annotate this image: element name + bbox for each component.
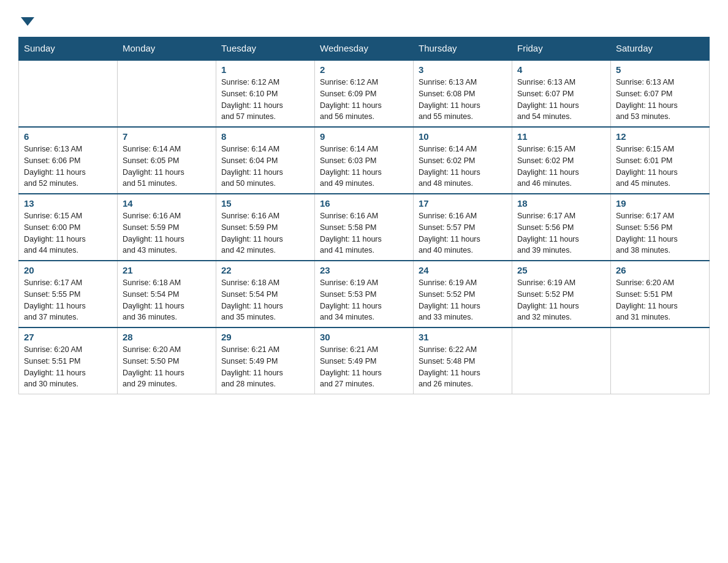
day-info: Sunrise: 6:18 AMSunset: 5:54 PMDaylight:…: [123, 277, 211, 323]
day-info: Sunrise: 6:17 AMSunset: 5:56 PMDaylight:…: [517, 210, 605, 256]
day-info: Sunrise: 6:18 AMSunset: 5:54 PMDaylight:…: [221, 277, 309, 323]
day-number: 19: [616, 198, 704, 209]
day-number: 7: [123, 131, 211, 142]
calendar-day-cell: 12Sunrise: 6:15 AMSunset: 6:01 PMDayligh…: [611, 127, 710, 194]
day-info: Sunrise: 6:22 AMSunset: 5:48 PMDaylight:…: [419, 344, 507, 390]
calendar-day-cell: [611, 327, 710, 394]
calendar-week-row: 27Sunrise: 6:20 AMSunset: 5:51 PMDayligh…: [19, 327, 710, 394]
day-number: 28: [123, 332, 211, 342]
day-number: 1: [221, 64, 309, 75]
calendar-day-cell: 21Sunrise: 6:18 AMSunset: 5:54 PMDayligh…: [118, 261, 216, 327]
day-number: 5: [616, 64, 704, 75]
day-number: 3: [419, 64, 507, 75]
day-number: 13: [24, 198, 112, 209]
calendar-header-wednesday: Wednesday: [315, 37, 414, 60]
day-info: Sunrise: 6:13 AMSunset: 6:07 PMDaylight:…: [616, 77, 704, 123]
calendar-day-cell: 5Sunrise: 6:13 AMSunset: 6:07 PMDaylight…: [611, 60, 710, 127]
calendar-header-thursday: Thursday: [414, 37, 512, 60]
day-number: 30: [320, 332, 408, 342]
day-number: 9: [320, 131, 408, 142]
day-info: Sunrise: 6:19 AMSunset: 5:53 PMDaylight:…: [320, 277, 408, 323]
calendar-day-cell: 3Sunrise: 6:13 AMSunset: 6:08 PMDaylight…: [414, 60, 512, 127]
calendar-day-cell: 26Sunrise: 6:20 AMSunset: 5:51 PMDayligh…: [611, 261, 710, 327]
calendar-day-cell: 9Sunrise: 6:14 AMSunset: 6:03 PMDaylight…: [315, 127, 414, 194]
svg-marker-0: [21, 17, 34, 26]
calendar-day-cell: 27Sunrise: 6:20 AMSunset: 5:51 PMDayligh…: [19, 327, 118, 394]
day-number: 24: [419, 265, 507, 275]
calendar-day-cell: 24Sunrise: 6:19 AMSunset: 5:52 PMDayligh…: [414, 261, 512, 327]
day-info: Sunrise: 6:20 AMSunset: 5:51 PMDaylight:…: [24, 344, 112, 390]
day-number: 8: [221, 131, 309, 142]
calendar-day-cell: [512, 327, 611, 394]
day-number: 11: [517, 131, 605, 142]
calendar-day-cell: 16Sunrise: 6:16 AMSunset: 5:58 PMDayligh…: [315, 194, 414, 261]
calendar-day-cell: 10Sunrise: 6:14 AMSunset: 6:02 PMDayligh…: [414, 127, 512, 194]
day-info: Sunrise: 6:14 AMSunset: 6:04 PMDaylight:…: [221, 144, 309, 190]
page-header: [18, 12, 710, 31]
calendar-day-cell: 25Sunrise: 6:19 AMSunset: 5:52 PMDayligh…: [512, 261, 611, 327]
day-info: Sunrise: 6:17 AMSunset: 5:55 PMDaylight:…: [24, 277, 112, 323]
calendar-header-saturday: Saturday: [611, 37, 710, 60]
day-info: Sunrise: 6:20 AMSunset: 5:51 PMDaylight:…: [616, 277, 704, 323]
day-info: Sunrise: 6:13 AMSunset: 6:08 PMDaylight:…: [419, 77, 507, 123]
calendar-week-row: 13Sunrise: 6:15 AMSunset: 6:00 PMDayligh…: [19, 194, 710, 261]
day-number: 17: [419, 198, 507, 209]
calendar-day-cell: 7Sunrise: 6:14 AMSunset: 6:05 PMDaylight…: [118, 127, 216, 194]
day-info: Sunrise: 6:20 AMSunset: 5:50 PMDaylight:…: [123, 344, 211, 390]
calendar-table: SundayMondayTuesdayWednesdayThursdayFrid…: [18, 37, 710, 394]
calendar-header-tuesday: Tuesday: [216, 37, 315, 60]
logo: [18, 12, 34, 31]
day-info: Sunrise: 6:15 AMSunset: 6:01 PMDaylight:…: [616, 144, 704, 190]
calendar-header-friday: Friday: [512, 37, 611, 60]
day-info: Sunrise: 6:19 AMSunset: 5:52 PMDaylight:…: [517, 277, 605, 323]
calendar-day-cell: 4Sunrise: 6:13 AMSunset: 6:07 PMDaylight…: [512, 60, 611, 127]
day-number: 20: [24, 265, 112, 275]
calendar-day-cell: 29Sunrise: 6:21 AMSunset: 5:49 PMDayligh…: [216, 327, 315, 394]
day-info: Sunrise: 6:21 AMSunset: 5:49 PMDaylight:…: [221, 344, 309, 390]
day-number: 12: [616, 131, 704, 142]
day-info: Sunrise: 6:16 AMSunset: 5:57 PMDaylight:…: [419, 210, 507, 256]
day-number: 31: [419, 332, 507, 342]
day-info: Sunrise: 6:12 AMSunset: 6:10 PMDaylight:…: [221, 77, 309, 123]
calendar-day-cell: 23Sunrise: 6:19 AMSunset: 5:53 PMDayligh…: [315, 261, 414, 327]
calendar-day-cell: 30Sunrise: 6:21 AMSunset: 5:49 PMDayligh…: [315, 327, 414, 394]
day-info: Sunrise: 6:16 AMSunset: 5:59 PMDaylight:…: [221, 210, 309, 256]
day-number: 15: [221, 198, 309, 209]
logo-arrow-icon: [21, 15, 34, 28]
calendar-day-cell: 20Sunrise: 6:17 AMSunset: 5:55 PMDayligh…: [19, 261, 118, 327]
calendar-header-monday: Monday: [118, 37, 216, 60]
day-number: 16: [320, 198, 408, 209]
day-number: 6: [24, 131, 112, 142]
day-number: 25: [517, 265, 605, 275]
day-info: Sunrise: 6:21 AMSunset: 5:49 PMDaylight:…: [320, 344, 408, 390]
day-number: 10: [419, 131, 507, 142]
day-info: Sunrise: 6:14 AMSunset: 6:02 PMDaylight:…: [419, 144, 507, 190]
day-info: Sunrise: 6:16 AMSunset: 5:59 PMDaylight:…: [123, 210, 211, 256]
day-info: Sunrise: 6:19 AMSunset: 5:52 PMDaylight:…: [419, 277, 507, 323]
day-info: Sunrise: 6:14 AMSunset: 6:03 PMDaylight:…: [320, 144, 408, 190]
calendar-day-cell: 11Sunrise: 6:15 AMSunset: 6:02 PMDayligh…: [512, 127, 611, 194]
day-info: Sunrise: 6:13 AMSunset: 6:07 PMDaylight:…: [517, 77, 605, 123]
calendar-day-cell: 28Sunrise: 6:20 AMSunset: 5:50 PMDayligh…: [118, 327, 216, 394]
day-number: 18: [517, 198, 605, 209]
calendar-day-cell: 8Sunrise: 6:14 AMSunset: 6:04 PMDaylight…: [216, 127, 315, 194]
day-number: 4: [517, 64, 605, 75]
calendar-day-cell: 31Sunrise: 6:22 AMSunset: 5:48 PMDayligh…: [414, 327, 512, 394]
day-number: 27: [24, 332, 112, 342]
day-info: Sunrise: 6:16 AMSunset: 5:58 PMDaylight:…: [320, 210, 408, 256]
calendar-day-cell: 15Sunrise: 6:16 AMSunset: 5:59 PMDayligh…: [216, 194, 315, 261]
calendar-day-cell: 1Sunrise: 6:12 AMSunset: 6:10 PMDaylight…: [216, 60, 315, 127]
day-number: 22: [221, 265, 309, 275]
day-info: Sunrise: 6:13 AMSunset: 6:06 PMDaylight:…: [24, 144, 112, 190]
day-number: 23: [320, 265, 408, 275]
calendar-week-row: 1Sunrise: 6:12 AMSunset: 6:10 PMDaylight…: [19, 60, 710, 127]
calendar-day-cell: 6Sunrise: 6:13 AMSunset: 6:06 PMDaylight…: [19, 127, 118, 194]
day-number: 2: [320, 64, 408, 75]
calendar-day-cell: 18Sunrise: 6:17 AMSunset: 5:56 PMDayligh…: [512, 194, 611, 261]
calendar-day-cell: 2Sunrise: 6:12 AMSunset: 6:09 PMDaylight…: [315, 60, 414, 127]
calendar-header-row: SundayMondayTuesdayWednesdayThursdayFrid…: [19, 37, 710, 60]
calendar-header-sunday: Sunday: [19, 37, 118, 60]
calendar-day-cell: 17Sunrise: 6:16 AMSunset: 5:57 PMDayligh…: [414, 194, 512, 261]
calendar-week-row: 20Sunrise: 6:17 AMSunset: 5:55 PMDayligh…: [19, 261, 710, 327]
day-info: Sunrise: 6:15 AMSunset: 6:00 PMDaylight:…: [24, 210, 112, 256]
